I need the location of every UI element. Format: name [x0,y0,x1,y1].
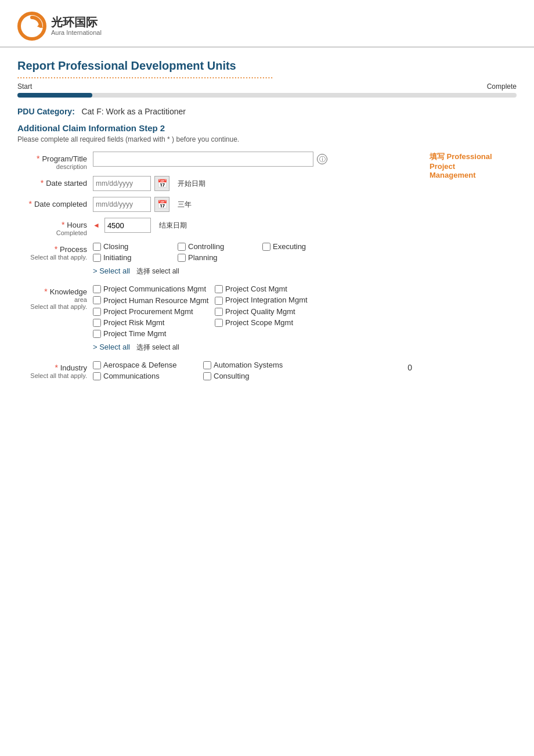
date-started-row: * Date started 📅 开始日期 [17,176,412,191]
process-initiating-checkbox[interactable] [93,254,101,262]
ind-communications-checkbox[interactable] [93,372,101,380]
ka-proj-hr-checkbox[interactable] [93,296,101,304]
ka-proj-integration-checkbox[interactable] [215,297,223,305]
knowledge-select-all-cn: 选择 select all [132,343,179,352]
date-completed-label: * Date completed [17,197,93,208]
knowledge-area-control: Project Communications Mgmt Project Cost… [93,285,412,355]
logo-en-text: Aura International [51,29,102,37]
progress-track [17,93,517,98]
logo: 光环国际 Aura International [17,12,102,41]
ind-automation-checkbox[interactable] [203,361,211,369]
process-closing[interactable]: Closing [93,242,168,251]
ka-proj-procurement-checkbox[interactable] [93,308,101,316]
badge-zero: 0 [407,363,412,372]
page-header: 光环国际 Aura International [0,0,534,48]
ind-automation[interactable]: Automation Systems [203,361,308,369]
knowledge-select-all[interactable]: > Select all [93,343,130,351]
ka-proj-quality[interactable]: Project Quality Mgmt [215,307,319,316]
ka-proj-time-checkbox[interactable] [93,330,101,338]
process-executing[interactable]: Executing [262,242,338,251]
ka-proj-cost-checkbox[interactable] [215,285,223,293]
date-started-input[interactable] [93,176,151,191]
process-controlling-checkbox[interactable] [178,243,186,251]
date-started-control: 📅 开始日期 [93,176,412,191]
knowledge-area-row: * Knowledge area Select all that apply. … [17,285,412,355]
form-left: * Program/Title description ⓘ * Date sta… [17,152,412,386]
logo-text: 光环国际 Aura International [51,15,102,37]
ka-proj-integration[interactable]: Project Integration Mgmt [215,296,319,305]
process-control: Closing Controlling Executing Initi [93,242,412,279]
section-subtitle: Please complete all required fields (mar… [17,135,517,143]
process-select-all-cn: 选择 select all [132,267,179,276]
process-planning[interactable]: Planning [178,253,253,262]
main-content: Report Professional Development Units ••… [0,48,534,398]
logo-cn-text: 光环国际 [51,15,102,29]
ind-aerospace-checkbox[interactable] [93,361,101,369]
date-started-label: * Date started [17,176,93,188]
form-sidebar: 填写 Professional Project Management [424,152,517,386]
ka-proj-risk[interactable]: Project Risk Mgmt [93,318,209,327]
ind-consulting[interactable]: Consulting [203,372,308,380]
process-executing-checkbox[interactable] [262,243,270,251]
ka-proj-comm-checkbox[interactable] [93,285,101,293]
ka-proj-time[interactable]: Project Time Mgmt [93,329,209,338]
ka-proj-quality-checkbox[interactable] [215,308,223,316]
process-planning-checkbox[interactable] [178,254,186,262]
sidebar-note-subtitle2: Management [430,171,517,179]
process-initiating[interactable]: Initiating [93,253,168,262]
section-title: Additional Claim Information Step 2 [17,123,517,133]
progress-complete-label: Complete [487,82,517,91]
ind-aerospace[interactable]: Aerospace & Defense [93,361,197,369]
hours-cn: 结束日期 [159,221,187,231]
ind-communications[interactable]: Communications [93,372,197,380]
date-completed-input[interactable] [93,197,151,212]
info-icon[interactable]: ⓘ [317,154,327,164]
sidebar-note-subtitle: Project [430,162,517,171]
industry-row: * Industry Select all that apply. Aerosp… [17,361,412,380]
knowledge-area-label: * Knowledge area Select all that apply. [17,285,93,310]
hours-completed-row: * Hours Completed ◄ 结束日期 [17,218,412,236]
process-checkboxes: Closing Controlling Executing Initi [93,242,412,262]
progress-bar-area: ••••••••••••••••••••••••••••••••••••••••… [17,75,517,98]
sidebar-note-title: 填写 Professional [430,152,517,162]
date-completed-calendar-btn[interactable]: 📅 [154,197,169,212]
knowledge-checkboxes: Project Communications Mgmt Project Cost… [93,285,412,338]
progress-fill [17,93,92,98]
hours-completed-control: ◄ 结束日期 [93,218,412,233]
program-title-input[interactable] [93,152,313,167]
ka-proj-scope[interactable]: Project Scope Mgmt [215,318,319,327]
dots-line: ••••••••••••••••••••••••••••••••••••••••… [17,75,517,80]
date-completed-control: 📅 三年 [93,197,412,212]
pdu-category: PDU Category: Cat F: Work as a Practitio… [17,107,517,116]
ka-proj-scope-checkbox[interactable] [215,319,223,327]
industry-checkboxes: Aerospace & Defense Automation Systems C… [93,361,402,380]
ka-proj-cost[interactable]: Project Cost Mgmt [215,285,319,293]
process-label: * Process Select all that apply. [17,242,93,261]
page-title: Report Professional Development Units [17,59,517,73]
process-controlling[interactable]: Controlling [178,242,253,251]
ka-proj-comm[interactable]: Project Communications Mgmt [93,285,209,293]
process-row: * Process Select all that apply. Closing… [17,242,412,279]
hours-arrow: ◄ [93,221,100,229]
date-started-cn: 开始日期 [178,179,205,189]
ka-proj-procurement[interactable]: Project Procurement Mgmt [93,307,209,316]
ka-proj-hr[interactable]: Project Human Resource Mgmt [93,296,209,305]
date-started-calendar-btn[interactable]: 📅 [154,176,169,191]
progress-labels: Start Complete [17,82,517,91]
ka-proj-risk-checkbox[interactable] [93,319,101,327]
pdu-category-label: PDU Category: [17,107,75,116]
program-title-label: * Program/Title description [17,152,93,170]
sidebar-note: 填写 Professional Project Management [430,152,517,179]
pdu-category-value: Cat F: Work as a Practitioner [81,107,185,116]
industry-label: * Industry Select all that apply. [17,361,93,379]
program-title-row: * Program/Title description ⓘ [17,152,412,170]
program-title-control: ⓘ [93,152,412,167]
process-closing-checkbox[interactable] [93,243,101,251]
date-completed-cn: 三年 [178,200,192,210]
logo-icon [17,12,46,41]
hours-input[interactable] [104,218,151,233]
date-completed-row: * Date completed 📅 三年 [17,197,412,212]
ind-consulting-checkbox[interactable] [203,372,211,380]
process-select-all[interactable]: > Select all [93,267,130,275]
progress-start-label: Start [17,82,32,91]
